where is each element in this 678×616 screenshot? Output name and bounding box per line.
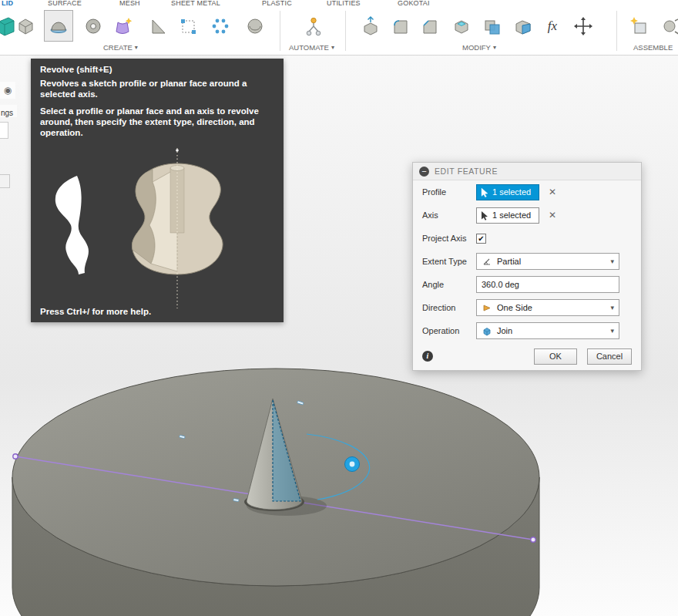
angle-input[interactable]: 360.0 deg [476, 276, 619, 293]
ok-button[interactable]: OK [534, 348, 577, 365]
assemble-label: ASSEMBLE [633, 43, 673, 52]
record-icon: ◉ [4, 85, 12, 96]
chamfer-button[interactable] [415, 12, 444, 41]
profile-label: Profile [422, 187, 476, 197]
cut-inner-wall [132, 170, 156, 264]
tab-sheet-metal[interactable]: SHEET METAL [171, 0, 220, 8]
dialog-header: − EDIT FEATURE [413, 163, 641, 180]
automate-group-label[interactable]: AUTOMATE ▾ [289, 43, 334, 52]
extrude-icon [15, 15, 36, 37]
coil-button[interactable] [240, 12, 270, 41]
panel-fragment [0, 122, 8, 139]
create-group-label[interactable]: CREATE ▾ [103, 43, 138, 52]
angle-label: Angle [422, 280, 476, 289]
axis-select-button[interactable]: 1 selected [476, 207, 539, 224]
axis-clear-button[interactable]: ✕ [549, 210, 556, 220]
operation-label: Operation [422, 326, 476, 335]
modify-label: MODIFY [462, 43, 491, 52]
axis-top-point [176, 149, 179, 152]
move-copy-button[interactable] [569, 12, 598, 41]
coil-icon [244, 15, 266, 37]
new-component-button[interactable] [624, 12, 653, 41]
fillet-icon [389, 15, 411, 37]
chevron-down-icon: ▾ [610, 304, 614, 311]
operation-value: Join [497, 326, 512, 335]
dialog-footer: i OK Cancel [413, 342, 641, 370]
chevron-down-icon: ▾ [331, 44, 334, 51]
drag-handle[interactable] [345, 457, 360, 472]
extent-type-row: Extent Type Partial ▾ [413, 250, 641, 273]
combine-button[interactable] [478, 12, 507, 41]
fx-icon: fx [548, 19, 557, 34]
tab-gokotai[interactable]: GOKOTAI [398, 0, 430, 8]
tab-surface[interactable]: SURFACE [48, 0, 82, 8]
axis-row: Axis 1 selected ✕ [413, 204, 641, 227]
toolbar: LID SURFACE MESH SHEET METAL PLASTIC UTI… [0, 0, 678, 56]
sketch-line-endpoint-right[interactable] [531, 537, 535, 542]
sweep-button[interactable] [79, 12, 108, 41]
circular-pattern-icon [210, 15, 231, 37]
cancel-button[interactable]: Cancel [587, 348, 632, 365]
toolbar-separator [280, 11, 280, 51]
edit-feature-dialog: − EDIT FEATURE Profile 1 selected ✕ Axis… [412, 162, 642, 371]
assemble-group-label[interactable]: ASSEMBLE [633, 43, 673, 52]
profile-select-button[interactable]: 1 selected [476, 184, 539, 200]
press-pull-button[interactable] [356, 12, 385, 41]
modify-group-label[interactable]: MODIFY ▾ [462, 43, 496, 52]
revolve-illustration [37, 142, 277, 315]
tab-plastic[interactable]: PLASTIC [262, 0, 292, 8]
profile-clear-button[interactable]: ✕ [549, 187, 556, 197]
direction-row: Direction One Side ▾ [413, 296, 641, 319]
fillet-button[interactable] [385, 12, 415, 41]
extent-type-value: Partial [497, 257, 521, 266]
angle-value: 360.0 deg [482, 280, 519, 289]
rib-button[interactable] [143, 12, 173, 41]
offset-face-button[interactable] [509, 12, 538, 41]
loft-button[interactable] [108, 12, 137, 41]
shell-icon [451, 15, 472, 37]
loft-icon [112, 15, 133, 37]
cursor-icon [481, 210, 488, 220]
sketch-line-endpoint-left[interactable] [13, 454, 18, 459]
direction-dropdown[interactable]: One Side ▾ [476, 299, 619, 316]
axis-selected-count: 1 selected [492, 210, 531, 220]
rectangular-pattern-icon [177, 15, 199, 37]
chamfer-icon [418, 15, 440, 37]
extent-type-dropdown[interactable]: Partial ▾ [476, 253, 619, 270]
revolve-button[interactable] [44, 10, 73, 42]
joint-button-partial[interactable] [656, 12, 678, 41]
project-axis-checkbox[interactable]: ✔ [476, 234, 486, 244]
profile-silhouette [55, 176, 89, 274]
joint-icon [660, 15, 678, 37]
partial-extent-icon [482, 256, 492, 267]
chevron-down-icon: ▾ [610, 327, 614, 335]
revolve-tooltip: Revolve (shift+E) Revolves a sketch prof… [31, 59, 284, 322]
info-icon[interactable]: i [422, 351, 433, 362]
direction-label: Direction [422, 303, 476, 312]
move-icon [572, 15, 594, 37]
chevron-down-icon: ▾ [135, 44, 138, 51]
browser-origin-button[interactable]: ◉ [0, 82, 15, 99]
shell-button[interactable] [447, 12, 476, 41]
change-parameters-button[interactable]: fx [538, 12, 567, 41]
press-pull-icon [360, 15, 381, 37]
tooltip-description-1: Revolves a sketch profile or planar face… [40, 79, 273, 100]
dialog-title: EDIT FEATURE [435, 167, 498, 176]
extrude-button[interactable] [11, 12, 40, 41]
one-side-icon [482, 302, 492, 313]
chevron-down-icon: ▾ [493, 44, 496, 51]
check-icon: ✔ [478, 234, 484, 243]
circular-pattern-button[interactable] [206, 12, 235, 41]
automate-button[interactable] [299, 12, 328, 41]
browser-label-fragment: ngs [0, 105, 17, 117]
collapse-icon[interactable]: − [419, 167, 429, 177]
rectangular-pattern-button[interactable] [173, 12, 203, 41]
tab-solid-partial[interactable]: LID [2, 0, 13, 8]
automate-label: AUTOMATE [289, 43, 329, 52]
create-label: CREATE [103, 43, 133, 52]
tab-utilities[interactable]: UTILITIES [327, 0, 361, 8]
combine-icon [482, 15, 503, 37]
operation-dropdown[interactable]: Join ▾ [476, 322, 619, 339]
profile-row: Profile 1 selected ✕ [413, 180, 641, 204]
tab-mesh[interactable]: MESH [119, 0, 140, 8]
